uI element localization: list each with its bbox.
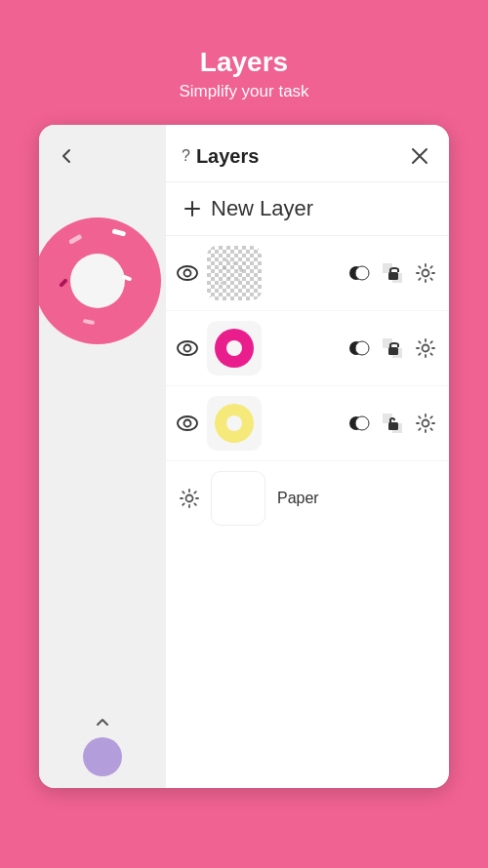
help-icon[interactable]: ?	[182, 147, 190, 165]
svg-point-1	[70, 254, 125, 308]
svg-point-48	[423, 420, 429, 427]
svg-point-25	[178, 341, 197, 355]
layer-thumbnail	[207, 396, 262, 451]
layer-thumbnail	[207, 246, 262, 300]
layer-visibility-toggle[interactable]	[176, 261, 199, 285]
new-layer-button[interactable]: New Layer	[166, 182, 449, 236]
layer-controls	[269, 410, 439, 437]
layer-row	[166, 236, 449, 311]
layers-header: ? Layers	[166, 125, 449, 182]
svg-point-42	[355, 416, 369, 430]
svg-rect-23	[388, 272, 398, 280]
svg-point-15	[243, 262, 245, 264]
svg-point-10	[233, 262, 236, 265]
layer-controls	[269, 259, 439, 287]
blend-mode-button[interactable]	[346, 259, 373, 287]
svg-rect-35	[388, 347, 398, 355]
svg-point-12	[228, 277, 231, 280]
layers-title: Layers	[196, 145, 260, 168]
layer-settings-button[interactable]	[412, 410, 439, 437]
paper-settings-button[interactable]	[176, 485, 203, 512]
paper-thumbnail	[211, 471, 265, 526]
svg-point-28	[226, 340, 242, 356]
layers-panel: ? Layers New Layer	[166, 125, 449, 788]
new-layer-label: New Layer	[211, 196, 313, 221]
header-section: Layers Simplify your task	[179, 0, 308, 101]
layers-list: Paper	[166, 236, 449, 788]
svg-point-9	[223, 266, 226, 270]
svg-point-30	[355, 341, 369, 355]
layers-title-group: ? Layers	[182, 145, 259, 168]
svg-point-7	[178, 266, 197, 280]
layer-settings-button[interactable]	[412, 335, 439, 362]
layer-thumbnail	[207, 321, 262, 375]
chevron-up-button[interactable]	[87, 706, 118, 737]
layer-controls	[269, 335, 439, 362]
svg-point-18	[355, 266, 369, 280]
svg-point-37	[178, 416, 197, 430]
paper-label: Paper	[277, 490, 319, 507]
layer-lock-button[interactable]	[379, 410, 406, 437]
layer-lock-button[interactable]	[379, 259, 406, 287]
layer-settings-button[interactable]	[412, 259, 439, 287]
paper-row: Paper	[166, 461, 449, 535]
layer-row	[166, 311, 449, 386]
layer-lock-button[interactable]	[379, 335, 406, 362]
svg-point-49	[186, 495, 193, 502]
svg-point-24	[423, 270, 429, 277]
canvas-sidebar	[39, 125, 166, 788]
blend-mode-button[interactable]	[346, 410, 373, 437]
svg-point-16	[221, 282, 224, 285]
layer-row	[166, 386, 449, 461]
layer-visibility-toggle[interactable]	[176, 412, 199, 435]
svg-point-14	[226, 259, 229, 262]
svg-point-11	[239, 268, 243, 272]
page-title: Layers	[179, 47, 308, 78]
layer-visibility-toggle[interactable]	[176, 336, 199, 360]
app-container: ? Layers New Layer	[39, 125, 449, 788]
page-subtitle: Simplify your task	[179, 82, 308, 101]
svg-point-13	[238, 279, 241, 282]
svg-point-26	[184, 345, 191, 352]
avatar	[83, 737, 122, 776]
svg-point-8	[184, 270, 191, 277]
blend-mode-button[interactable]	[346, 335, 373, 362]
svg-rect-47	[388, 422, 398, 430]
svg-point-38	[184, 420, 191, 427]
close-button[interactable]	[406, 142, 433, 170]
svg-point-36	[423, 345, 429, 352]
back-button[interactable]	[51, 140, 82, 172]
svg-point-40	[226, 415, 242, 431]
